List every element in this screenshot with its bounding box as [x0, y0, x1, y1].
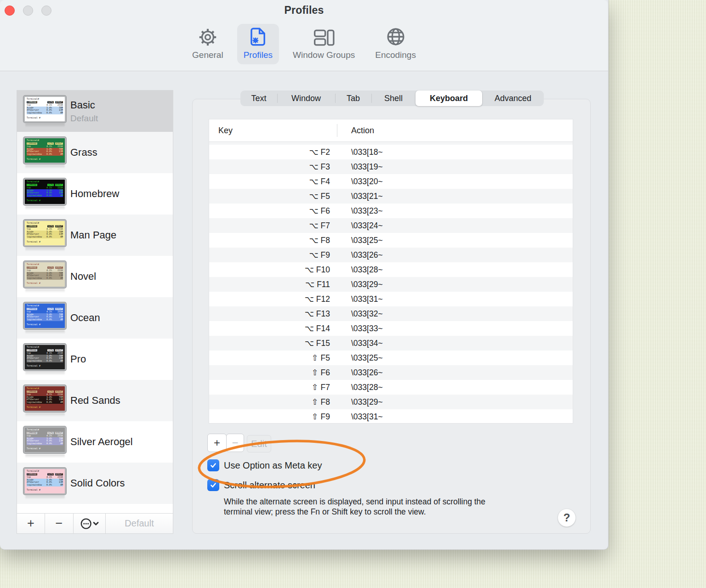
- key-mapping-row[interactable]: ⌥ F15 \033[34~: [209, 336, 573, 351]
- remove-profile-button[interactable]: −: [45, 514, 74, 533]
- use-option-as-meta-key-checkbox[interactable]: Use Option as Meta key: [207, 459, 322, 471]
- action-cell: \033[28~: [337, 383, 383, 392]
- profile-name: Solid Colors: [70, 477, 125, 489]
- scroll-alternate-screen-checkbox[interactable]: Scroll alternate screen: [207, 479, 315, 491]
- key-mapping-row[interactable]: ⌥ F6 \033[23~: [209, 204, 573, 218]
- thumb-process-row: loginwindow0.0%4M: [27, 236, 63, 238]
- key-mapping-row[interactable]: ⌥ F8 \033[25~: [209, 233, 573, 248]
- key-mapping-row[interactable]: ⌥ F12 \033[31~: [209, 292, 573, 306]
- tab-shell[interactable]: Shell: [371, 90, 416, 106]
- default-profile-button[interactable]: Default: [106, 514, 173, 533]
- key-cell: ⌥ F15: [209, 339, 337, 348]
- key-cell: ⌥ F14: [209, 324, 337, 334]
- tab-label: Window: [291, 94, 321, 103]
- action-cell: \033[28~: [337, 265, 383, 275]
- key-cell: ⇧ F5: [209, 353, 337, 363]
- profile-item-pro[interactable]: Terminal# COMMAND%CPURPRVT top4.1%231KXc…: [17, 339, 173, 380]
- key-mapping-row[interactable]: ⌥ F4 \033[20~: [209, 174, 573, 189]
- profile-thumbnail: Terminal# COMMAND%CPURPRVT top4.1%231KXc…: [23, 302, 66, 334]
- profile-item-solid-colors[interactable]: Terminal# COMMAND%CPURPRVT top4.1%231KXc…: [17, 463, 173, 504]
- key-mapping-row[interactable]: ⇧ F9 \033[31~: [209, 409, 573, 423]
- profile-list: Terminal# COMMAND%CPURPRVT top4.1%231KXc…: [17, 90, 173, 514]
- key-mapping-row[interactable]: ⌥ F9 \033[26~: [209, 248, 573, 262]
- profile-actions-menu-button[interactable]: [74, 514, 106, 533]
- action-cell: \033[32~: [337, 309, 383, 319]
- gear-icon: [198, 28, 217, 47]
- tab-text[interactable]: Text: [240, 90, 277, 106]
- profile-tab-bar: Text Window Tab Shell Keyboard Advanced: [240, 90, 544, 106]
- thumb-prompt-line: Terminal #: [27, 117, 63, 119]
- action-cell: \033[29~: [337, 397, 383, 407]
- profile-item-silver-aerogel[interactable]: Terminal# COMMAND%CPURPRVT top4.1%231KXc…: [17, 421, 173, 463]
- thumb-title-line: Terminal#: [27, 263, 63, 266]
- profile-item-red-sands[interactable]: Terminal# COMMAND%CPURPRVT top4.1%231KXc…: [17, 380, 173, 421]
- key-mapping-row[interactable]: ⇧ F5 \033[25~: [209, 351, 573, 365]
- profile-subtitle: Default: [70, 113, 98, 124]
- profile-name: Ocean: [70, 312, 100, 324]
- key-mapping-row[interactable]: ⇧ F6 \033[26~: [209, 365, 573, 380]
- key-cell: ⌥ F10: [209, 265, 337, 275]
- key-cell: ⇧ F6: [209, 368, 337, 378]
- key-mapping-row[interactable]: ⌥ F11 \033[29~: [209, 277, 573, 292]
- thumb-title-line: Terminal#: [27, 139, 63, 142]
- add-key-mapping-button[interactable]: +: [207, 434, 227, 452]
- key-mapping-row[interactable]: ⌥ F10 \033[28~: [209, 262, 573, 277]
- table-body: ⌥ F2 \033[18~ ⌥ F3 \033[19~ ⌥ F4 \033[20…: [209, 142, 573, 423]
- key-mapping-row[interactable]: ⌥ F14 \033[33~: [209, 321, 573, 336]
- thumb-title-line: Terminal#: [27, 181, 63, 183]
- profile-name: Homebrew: [70, 188, 119, 200]
- tab-keyboard[interactable]: Keyboard: [416, 90, 482, 106]
- action-cell: \033[33~: [337, 324, 383, 334]
- action-cell: \033[24~: [337, 221, 383, 231]
- toolbar-item-profiles[interactable]: Profiles: [237, 24, 279, 64]
- tab-tab[interactable]: Tab: [335, 90, 371, 106]
- tab-advanced[interactable]: Advanced: [482, 90, 544, 106]
- action-cell: \033[23~: [337, 206, 383, 216]
- action-cell: \033[31~: [337, 294, 383, 304]
- profile-sidebar: Terminal# COMMAND%CPURPRVT top4.1%231KXc…: [17, 90, 173, 534]
- profile-name: Basic: [70, 99, 98, 111]
- thumb-shadow: [25, 248, 65, 251]
- globe-icon: [386, 27, 406, 47]
- remove-key-mapping-button[interactable]: −: [226, 434, 244, 452]
- thumb-prompt-line: Terminal #: [27, 365, 63, 368]
- profile-item-basic[interactable]: Terminal# COMMAND%CPURPRVT top4.1%231KXc…: [17, 90, 173, 132]
- key-mapping-row[interactable]: ⌥ F5 \033[21~: [209, 189, 573, 204]
- titlebar: Profiles: [0, 0, 608, 71]
- help-button[interactable]: ?: [558, 509, 576, 527]
- tab-window[interactable]: Window: [277, 90, 335, 106]
- toolbar: General: [0, 24, 608, 66]
- profile-item-grass[interactable]: Terminal# COMMAND%CPURPRVT top4.1%231KXc…: [17, 132, 173, 173]
- key-mappings-table: Key Action ⌥ F2 \033[18~ ⌥ F3 \033[19~ ⌥…: [209, 119, 573, 424]
- profile-item-man-page[interactable]: Terminal# COMMAND%CPURPRVT top4.1%231KXc…: [17, 215, 173, 256]
- thumb-shadow: [25, 165, 65, 169]
- edit-key-mapping-button[interactable]: Edit: [247, 435, 271, 452]
- add-profile-button[interactable]: +: [17, 514, 45, 533]
- toolbar-item-general[interactable]: General: [186, 24, 230, 64]
- thumb-title-line: Terminal#: [27, 222, 63, 225]
- key-cell: ⌥ F7: [209, 221, 337, 231]
- thumb-shadow: [25, 496, 65, 499]
- key-cell: ⌥ F9: [209, 250, 337, 260]
- profile-thumbnail: Terminal# COMMAND%CPURPRVT top4.1%231KXc…: [23, 385, 66, 417]
- key-mapping-row[interactable]: ⌥ F2 \033[18~: [209, 145, 573, 159]
- window-title: Profiles: [0, 4, 608, 17]
- profile-item-ocean[interactable]: Terminal# COMMAND%CPURPRVT top4.1%231KXc…: [17, 297, 173, 339]
- profile-thumbnail: Terminal# COMMAND%CPURPRVT top4.1%231KXc…: [23, 426, 66, 458]
- key-cell: ⌥ F4: [209, 177, 337, 187]
- thumb-shadow: [25, 330, 65, 334]
- thumb-shadow: [25, 289, 65, 293]
- key-mapping-row[interactable]: ⇧ F7 \033[28~: [209, 380, 573, 395]
- key-mapping-row[interactable]: ⌥ F3 \033[19~: [209, 159, 573, 174]
- thumb-process-row: loginwindow0.0%4M: [27, 401, 63, 404]
- thumb-prompt-line: Terminal #: [27, 489, 63, 492]
- toolbar-item-encodings[interactable]: Encodings: [369, 24, 422, 64]
- toolbar-item-window-groups[interactable]: Window Groups: [286, 24, 361, 64]
- key-mapping-row[interactable]: ⌥ F13 \033[32~: [209, 306, 573, 321]
- profile-item-novel[interactable]: Terminal# COMMAND%CPURPRVT top4.1%231KXc…: [17, 256, 173, 297]
- key-mapping-row[interactable]: ⇧ F8 \033[29~: [209, 395, 573, 409]
- toolbar-label: Profiles: [244, 50, 273, 60]
- thumb-title-line: Terminal#: [27, 346, 63, 349]
- key-mapping-row[interactable]: ⌥ F7 \033[24~: [209, 218, 573, 233]
- profile-item-homebrew[interactable]: Terminal# COMMAND%CPURPRVT top4.1%231KXc…: [17, 173, 173, 215]
